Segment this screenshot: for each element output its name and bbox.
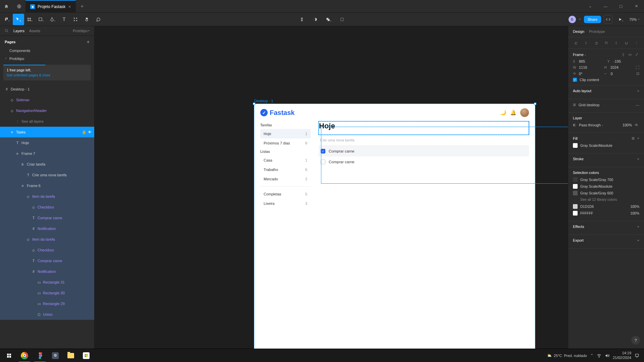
y-field[interactable]: Y-195 xyxy=(607,59,639,63)
resources-tool[interactable] xyxy=(70,14,81,25)
align-left-icon[interactable]: ⊏ xyxy=(573,40,579,46)
present-button[interactable]: ▼ xyxy=(615,14,627,25)
blend-icon[interactable]: ◐ xyxy=(573,123,576,127)
ft-item-completas[interactable]: Completas5 xyxy=(260,189,311,199)
layer-sidenav[interactable]: ◇Sidenav xyxy=(0,95,94,105)
chevron-down-icon[interactable]: ▼ xyxy=(579,18,581,21)
layer-criar-tarefa[interactable]: ⊪Criar tarefa xyxy=(0,159,94,170)
layer-hoje[interactable]: THoje xyxy=(0,137,94,148)
layer-frame7[interactable]: ≡Frame 7 xyxy=(0,148,94,159)
text-tool[interactable]: T xyxy=(58,14,70,25)
page-components[interactable]: Components xyxy=(0,47,94,55)
ft-task-row[interactable]: Comprar carne xyxy=(319,157,529,167)
frame-dropdown[interactable]: Frame ▾ xyxy=(573,53,586,57)
grid-icon[interactable]: ⊞ xyxy=(573,103,576,107)
align-bottom-icon[interactable]: ⊔ xyxy=(623,40,629,46)
design-tab[interactable]: Design xyxy=(573,29,584,34)
window-close-icon[interactable]: ✕ xyxy=(629,0,644,13)
shape-tool[interactable]: ▼ xyxy=(36,14,47,25)
color-row[interactable]: Gray Scale/Gray 700 xyxy=(573,177,639,182)
explorer-icon[interactable] xyxy=(63,349,78,362)
align-right-icon[interactable]: ⊐ xyxy=(593,40,599,46)
layer-frame6[interactable]: ≡Frame 6 xyxy=(0,180,94,191)
see-all-colors-link[interactable]: See all 12 library colors xyxy=(573,197,639,201)
layer-navheader[interactable]: ◇Navigation/Header xyxy=(0,105,94,116)
figma-taskbar-icon[interactable] xyxy=(32,349,48,362)
share-button[interactable]: Share xyxy=(584,16,601,23)
component-icon[interactable] xyxy=(296,14,308,25)
add-autolayout-button[interactable]: + xyxy=(637,89,639,93)
add-effect-button[interactable]: + xyxy=(637,225,639,229)
checkbox-icon[interactable]: ✓ xyxy=(321,149,325,154)
crop-icon[interactable] xyxy=(336,14,348,25)
search-icon[interactable] xyxy=(5,29,9,33)
store-icon[interactable] xyxy=(78,349,94,362)
tray-chevron-icon[interactable]: ⌃ xyxy=(590,353,593,358)
lock-icon[interactable]: 🔒 xyxy=(82,130,87,134)
move-tool[interactable]: ▼ xyxy=(13,14,24,25)
align-hcenter-icon[interactable]: ⫲ xyxy=(583,40,589,46)
ft-item-prox7[interactable]: Próximos 7 dias8 xyxy=(260,138,311,148)
landscape-icon[interactable]: ▭ xyxy=(627,52,633,57)
color-row[interactable]: Gray Scale/Gray 600 xyxy=(573,191,639,195)
boolean-icon[interactable]: ▼ xyxy=(323,14,334,25)
ft-avatar[interactable] xyxy=(520,108,529,117)
bell-icon[interactable]: 🔔 xyxy=(508,110,518,116)
color-row[interactable]: Gray Scale/Absolute xyxy=(573,184,639,189)
layer-rect30[interactable]: ▭Rectangle 30 xyxy=(0,288,94,298)
notifications-icon[interactable] xyxy=(635,353,639,358)
file-tab[interactable]: ◆ Projeto Fastask × xyxy=(25,0,76,13)
distribute-icon[interactable]: ⋮ xyxy=(633,40,639,46)
help-button[interactable]: ? xyxy=(631,336,640,345)
home-icon[interactable] xyxy=(0,0,13,13)
weather-widget[interactable]: ⛅ 25°C Pred. nublado xyxy=(547,353,587,358)
ft-logo[interactable]: ✓ Fastask xyxy=(260,109,295,117)
layer-notif1[interactable]: #Notification xyxy=(0,223,94,234)
layer-item1[interactable]: ◇Item da tarefa xyxy=(0,191,94,202)
layer-desktop1[interactable]: #Desktop - 1 xyxy=(0,84,94,95)
chrome-icon[interactable] xyxy=(17,349,32,362)
layer-see-all[interactable]: ⋮See all layers xyxy=(0,116,94,127)
eye-icon[interactable]: 👁 xyxy=(88,130,92,134)
layer-rect31[interactable]: ▭Rectangle 31 xyxy=(0,277,94,288)
add-page-button[interactable]: + xyxy=(87,39,90,45)
layers-tab[interactable]: Layers xyxy=(13,29,24,33)
add-stroke-button[interactable]: + xyxy=(637,157,639,161)
ft-item-lixeira[interactable]: Lixeira3 xyxy=(260,199,311,208)
add-export-button[interactable]: + xyxy=(637,238,639,242)
page-prototype[interactable]: ✓Protótipo xyxy=(0,55,94,63)
eye-icon[interactable]: 👁 xyxy=(635,123,639,127)
portrait-icon[interactable]: ▯ xyxy=(621,52,626,57)
volume-icon[interactable] xyxy=(605,353,609,358)
prototype-tab[interactable]: Prototype xyxy=(589,29,605,34)
artboard[interactable]: 1116 × 1024 ✓ Fastask 🌙 🔔 Tarefas Hoje1 … xyxy=(254,104,535,349)
ft-task-row[interactable]: ✓ Comprar carne xyxy=(319,146,529,157)
w-field[interactable]: W1116 xyxy=(573,65,602,69)
rotation-field[interactable]: ⟲0° xyxy=(573,72,602,76)
wifi-icon[interactable] xyxy=(597,353,601,358)
constrain-icon[interactable]: ⛶ xyxy=(636,65,639,69)
comment-tool[interactable] xyxy=(93,14,104,25)
canvas[interactable]: Desktop - 1 1116 × 1024 ✓ Fastask 🌙 🔔 Ta… xyxy=(95,26,568,349)
ft-item-hoje[interactable]: Hoje1 xyxy=(260,129,311,138)
remove-grid-button[interactable]: — xyxy=(636,103,639,107)
prototype-dropdown[interactable]: Protótipo▾ xyxy=(73,29,90,33)
independent-corners-icon[interactable]: ⊡ xyxy=(636,71,639,76)
ft-item-mercado[interactable]: Mercado2 xyxy=(260,174,311,184)
fill-color-row[interactable]: Gray Scale/Absolute xyxy=(573,143,639,148)
layer-item2[interactable]: ◇Item da tarefa xyxy=(0,234,94,245)
zoom-dropdown[interactable]: 75%▼ xyxy=(629,17,640,21)
x-field[interactable]: X885 xyxy=(573,59,605,63)
ft-item-trabalho[interactable]: Trabalho6 xyxy=(260,165,311,174)
chevron-down-icon[interactable]: ⌄ xyxy=(582,0,598,13)
mask-icon[interactable] xyxy=(310,14,321,25)
ft-item-casa[interactable]: Casa1 xyxy=(260,156,311,165)
layer-checkbox1[interactable]: ◇Checkbox xyxy=(0,202,94,213)
window-maximize-icon[interactable]: ▢ xyxy=(613,0,629,13)
layer-notif2[interactable]: #Notification xyxy=(0,266,94,277)
frame-tool[interactable]: ▼ xyxy=(24,14,36,25)
moon-icon[interactable]: 🌙 xyxy=(498,110,508,116)
pen-tool[interactable]: ▼ xyxy=(47,14,58,25)
align-top-icon[interactable]: ⊓ xyxy=(603,40,609,46)
clip-content-checkbox[interactable]: ✓Clip content xyxy=(573,78,639,82)
